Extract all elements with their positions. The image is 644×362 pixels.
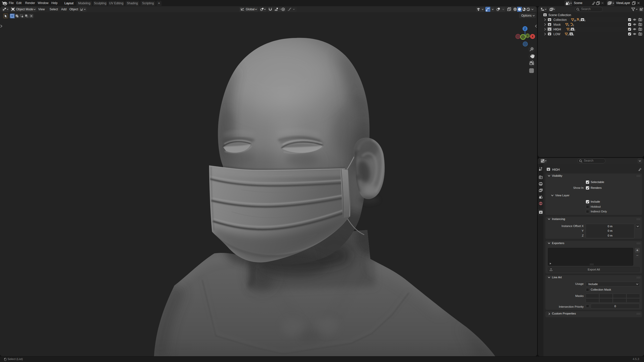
svg-text:6: 6 — [568, 24, 569, 27]
svg-text:3: 3 — [584, 19, 585, 22]
svg-text:Y: Y — [527, 34, 529, 37]
svg-text:2: 2 — [573, 34, 574, 36]
svg-text:LOW: LOW — [553, 32, 560, 36]
svg-text:Mask: Mask — [553, 23, 561, 26]
svg-text:2: 2 — [568, 34, 569, 36]
svg-text:2: 2 — [574, 29, 575, 31]
svg-text:HIGH: HIGH — [553, 28, 561, 31]
svg-text:29: 29 — [574, 19, 576, 22]
svg-text:3: 3 — [579, 19, 581, 22]
svg-text:Collection: Collection — [553, 18, 567, 22]
svg-text:4: 4 — [569, 29, 571, 31]
svg-text:2: 2 — [573, 24, 574, 27]
svg-text:Scene Collection: Scene Collection — [548, 13, 571, 17]
svg-text:X: X — [532, 35, 534, 38]
svg-text:Z: Z — [524, 27, 526, 30]
